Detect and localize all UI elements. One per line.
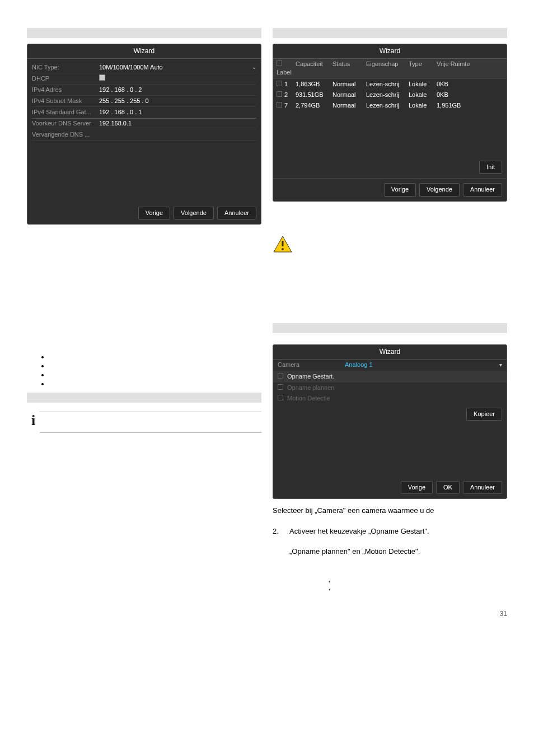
motion-detectie-checkbox[interactable] [278, 395, 283, 400]
row-prop: Lezen-schrij [366, 91, 409, 99]
previous-button[interactable]: Vorige [401, 481, 433, 494]
cancel-button[interactable]: Annuleer [217, 207, 256, 220]
list-item [49, 352, 261, 361]
opname-gestart-label: Opname Gestart. [287, 373, 334, 380]
stray-mark: ‚ [273, 575, 507, 582]
col-property: Eigenschap [366, 60, 409, 77]
select-all-checkbox[interactable] [277, 60, 282, 66]
section-header-left [27, 28, 261, 38]
chevron-down-icon[interactable]: ▾ [499, 361, 502, 369]
col-label: Label [277, 69, 292, 76]
wizard-hdd-panel: Wizard Label Capaciteit Status Eigenscha… [273, 44, 507, 202]
step-number: 2. [273, 526, 279, 536]
row-type: Lokale [409, 80, 437, 88]
chevron-down-icon[interactable]: ⌄ [252, 63, 256, 71]
wizard-recording-panel: Wizard Camera Analoog 1 ▾ Opname Gestart… [273, 344, 507, 500]
opname-plannen-label: Opname plannen [287, 384, 334, 391]
init-button[interactable]: Init [479, 161, 502, 174]
hdd-table-header: Label Capaciteit Status Eigenschap Type … [273, 59, 507, 79]
row-type: Lokale [409, 101, 437, 110]
opname-gestart-checkbox[interactable] [278, 373, 283, 379]
cancel-button[interactable]: Annuleer [463, 481, 502, 494]
select-camera-text: Selecteer bij „Camera" een camera waarme… [273, 506, 507, 516]
col-free: Vrije Ruimte [437, 60, 507, 77]
info-icon: i [27, 408, 40, 433]
row-status: Normaal [332, 101, 366, 110]
previous-button[interactable]: Vorige [138, 207, 170, 220]
ipv4-mask-value[interactable]: 255 . 255 . 255 . 0 [99, 97, 256, 105]
wizard-title: Wizard [27, 44, 261, 59]
row-type: Lokale [409, 91, 437, 99]
row-checkbox[interactable] [277, 91, 282, 97]
list-item [49, 361, 261, 370]
section-header-rec [273, 323, 507, 333]
row-free: 0KB [437, 91, 507, 99]
wizard-network-panel: Wizard NIC Type: 10M/100M/1000M Auto ⌄ D… [27, 44, 261, 225]
step-after-text: „Opname plannen" en „Motion Detectie". [273, 547, 507, 557]
row-free: 1,951GB [437, 101, 507, 110]
row-prop: Lezen-schrij [366, 101, 409, 110]
nic-type-value[interactable]: 10M/100M/1000M Auto [99, 63, 252, 72]
dns2-label: Vervangende DNS ... [32, 130, 99, 139]
section-bar [27, 393, 261, 403]
opname-plannen-checkbox[interactable] [278, 384, 283, 390]
row-checkbox[interactable] [277, 81, 282, 86]
wizard-title: Wizard [273, 44, 507, 59]
section-header-right [273, 28, 507, 38]
row-status: Normaal [332, 91, 366, 99]
col-capacity: Capaciteit [296, 60, 332, 77]
row-cap: 931.51GB [296, 91, 332, 99]
ipv4-gateway-label: IPv4 Standaard Gat... [32, 108, 99, 116]
row-checkbox[interactable] [277, 102, 282, 108]
ipv4-gateway-value[interactable]: 192 . 168 . 0 . 1 [99, 108, 256, 116]
ipv4-address-value[interactable]: 192 . 168 . 0 . 2 [99, 86, 256, 94]
camera-value[interactable]: Analoog 1 [345, 361, 499, 369]
list-item [49, 379, 261, 388]
dns1-label: Voorkeur DNS Server [32, 119, 99, 128]
camera-label: Camera [278, 361, 345, 369]
wizard-title: Wizard [273, 345, 507, 360]
hdd-row[interactable]: 7 2,794GB Normaal Lezen-schrij Lokale 1,… [273, 100, 507, 111]
col-type: Type [409, 60, 437, 77]
next-button[interactable]: Volgende [419, 183, 460, 196]
ipv4-address-label: IPv4 Adres [32, 86, 99, 94]
hdd-row[interactable]: 2 931.51GB Normaal Lezen-schrij Lokale 0… [273, 90, 507, 100]
page-number: 31 [0, 607, 534, 636]
svg-rect-1 [282, 241, 284, 246]
nic-type-label: NIC Type: [32, 63, 99, 72]
ipv4-mask-label: IPv4 Subnet Mask [32, 97, 99, 105]
svg-point-2 [282, 248, 284, 250]
col-status: Status [332, 60, 366, 77]
motion-detectie-label: Motion Detectie [287, 395, 330, 402]
row-id: 7 [284, 102, 288, 109]
dhcp-checkbox[interactable] [99, 74, 105, 81]
stray-mark: ‚ [273, 582, 507, 590]
row-status: Normaal [332, 80, 366, 88]
row-cap: 2,794GB [296, 101, 332, 110]
list-item [49, 370, 261, 379]
previous-button[interactable]: Vorige [384, 183, 416, 196]
warning-icon [273, 235, 293, 253]
row-id: 1 [284, 81, 288, 87]
cancel-button[interactable]: Annuleer [463, 183, 502, 196]
dns1-value[interactable]: 192.168.0.1 [99, 119, 256, 128]
row-id: 2 [284, 91, 288, 98]
dhcp-label: DHCP [32, 74, 99, 83]
step-text: Activeer het keuzevakje „Opname Gestart"… [289, 526, 429, 536]
row-free: 0KB [437, 80, 507, 88]
hdd-row[interactable]: 1 1,863GB Normaal Lezen-schrij Lokale 0K… [273, 79, 507, 90]
ok-button[interactable]: OK [436, 481, 460, 494]
next-button[interactable]: Volgende [174, 207, 214, 220]
copy-button[interactable]: Kopieer [466, 408, 502, 421]
row-prop: Lezen-schrij [366, 80, 409, 88]
bullet-list [49, 352, 261, 388]
row-cap: 1,863GB [296, 80, 332, 88]
